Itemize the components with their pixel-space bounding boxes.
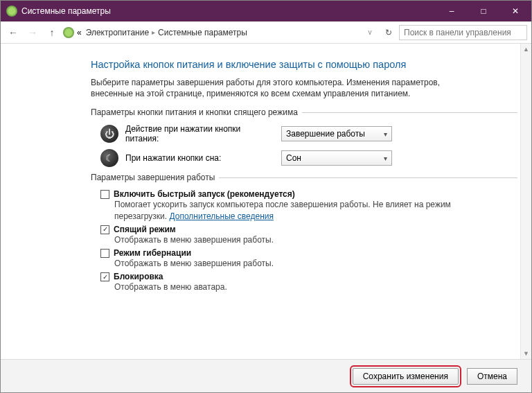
scroll-down-icon[interactable]: ▼	[521, 348, 531, 359]
sleep-button-action-select[interactable]: Сон ▾	[281, 150, 392, 166]
sleep-button-row: ☾ При нажатии кнопки сна: Сон ▾	[100, 149, 517, 167]
scrollbar-vertical[interactable]: ▲ ▼	[520, 44, 531, 359]
navbar: ← → ↑ « Электропитание ▸ Системные парам…	[1, 21, 531, 44]
save-button[interactable]: Сохранить изменения	[353, 368, 459, 385]
section-power-buttons: Параметры кнопки питания и кнопки спящег…	[91, 107, 517, 117]
fast-startup-more-link[interactable]: Дополнительные сведения	[169, 211, 273, 221]
fast-startup-checkbox[interactable]	[100, 190, 109, 199]
close-button[interactable]: ✕	[499, 1, 531, 21]
chevron-down-icon: ▾	[384, 155, 387, 162]
hibernate-checkbox[interactable]	[100, 249, 109, 258]
breadcrumb-item[interactable]: Электропитание	[86, 28, 149, 37]
back-button[interactable]: ←	[5, 24, 21, 41]
moon-icon: ☾	[100, 149, 118, 167]
location-icon	[63, 27, 74, 38]
scroll-up-icon[interactable]: ▲	[521, 44, 531, 55]
breadcrumb-prefix: «	[77, 28, 82, 37]
fast-startup-label: Включить быстрый запуск (рекомендуется)	[114, 189, 295, 199]
sleep-button-label: При нажатии кнопки сна:	[125, 153, 274, 163]
up-button[interactable]: ↑	[44, 24, 60, 41]
power-icon: ⏻	[100, 125, 118, 143]
maximize-button[interactable]: □	[468, 1, 499, 21]
button-bar: Сохранить изменения Отмена	[1, 359, 531, 392]
power-button-row: ⏻ Действие при нажатии кнопки питания: З…	[100, 124, 517, 143]
page-intro: Выберите параметры завершения работы для…	[91, 77, 479, 99]
breadcrumb-item[interactable]: Системные параметры	[158, 28, 247, 37]
refresh-button[interactable]: ↻	[381, 28, 396, 37]
search-input[interactable]	[399, 25, 527, 40]
breadcrumb[interactable]: Электропитание ▸ Системные параметры	[85, 28, 247, 37]
page-title: Настройка кнопок питания и включение защ…	[91, 59, 517, 70]
fast-startup-option: Включить быстрый запуск (рекомендуется) …	[100, 189, 461, 221]
forward-button[interactable]: →	[24, 24, 41, 41]
titlebar: Системные параметры – □ ✕	[1, 1, 531, 21]
sleep-mode-checkbox[interactable]: ✓	[100, 225, 109, 234]
sleep-mode-label: Спящий режим	[114, 225, 176, 234]
hibernate-label: Режим гибернации	[114, 248, 191, 258]
lock-option: ✓ Блокировка Отображать в меню аватара.	[100, 272, 461, 292]
power-button-label: Действие при нажатии кнопки питания:	[125, 124, 274, 143]
app-icon	[6, 6, 17, 17]
breadcrumb-dropdown[interactable]: v	[362, 24, 378, 41]
chevron-right-icon: ▸	[152, 28, 155, 36]
hibernate-option: Режим гибернации Отображать в меню завер…	[100, 248, 461, 269]
minimize-button[interactable]: –	[436, 1, 468, 21]
cancel-button[interactable]: Отмена	[467, 368, 517, 385]
power-button-action-select[interactable]: Завершение работы ▾	[281, 126, 392, 141]
lock-label: Блокировка	[114, 272, 163, 281]
sleep-mode-option: ✓ Спящий режим Отображать в меню заверше…	[100, 225, 461, 245]
chevron-down-icon: ▾	[384, 130, 387, 138]
section-shutdown: Параметры завершения работы	[91, 173, 517, 182]
window-title: Системные параметры	[21, 6, 111, 16]
lock-checkbox[interactable]: ✓	[100, 272, 109, 281]
content-area: Настройка кнопок питания и включение защ…	[1, 44, 531, 359]
